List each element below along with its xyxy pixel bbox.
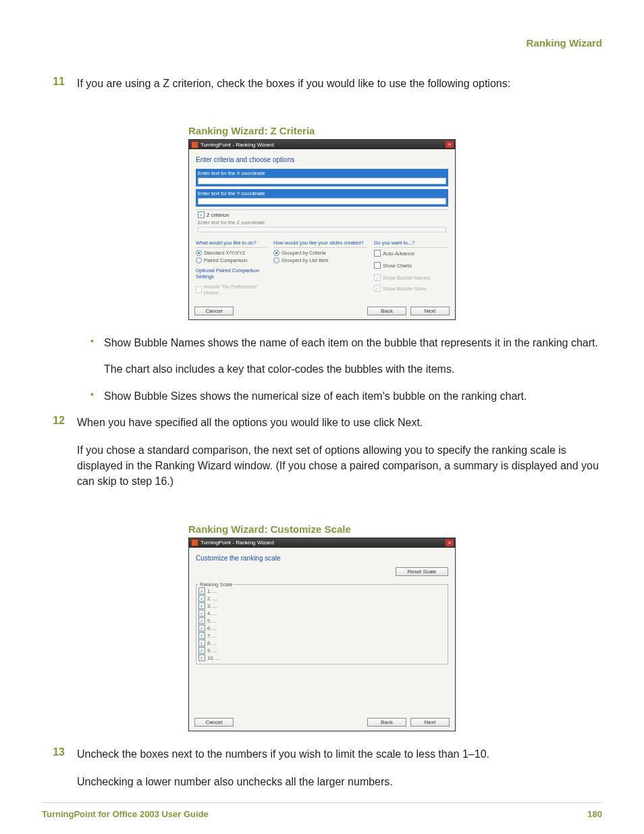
col1-subopt: Include "No Preference" choice... — [204, 284, 267, 296]
z-coordinate-field: ✓ Z criterion Enter text for the Z coord… — [196, 209, 448, 234]
step-number-12: 12 — [42, 415, 65, 502]
scale-chk-4[interactable]: ✓ — [198, 610, 205, 617]
scale-item-8: 8. ... — [207, 640, 217, 647]
title-bar-text: TurningPoint - Ranking Wizard — [200, 540, 274, 546]
back-button[interactable]: Back — [367, 307, 406, 315]
scale-chk-2[interactable]: ✓ — [198, 595, 205, 602]
step-number-13: 13 — [42, 746, 65, 802]
bullet-icon: • — [90, 335, 97, 377]
scale-item-6: 6. ... — [207, 625, 217, 632]
step-13-a: Uncheck the boxes next to the numbers if… — [77, 746, 602, 762]
step-12-b: If you chose a standard comparison, the … — [77, 442, 602, 490]
chk-bubble-names[interactable]: ✓ — [374, 274, 381, 281]
z-label: Enter text for the Z coordinate — [198, 219, 446, 226]
app-icon — [191, 539, 198, 546]
bullet-icon: • — [90, 388, 97, 404]
ranking-scale-label: Ranking Scale — [198, 581, 234, 588]
cancel-button[interactable]: Cancel — [194, 307, 234, 315]
radio-by-item[interactable] — [273, 257, 279, 263]
x-input[interactable] — [198, 178, 446, 184]
next-button[interactable]: Next — [410, 718, 450, 727]
running-head: Ranking Wizard — [42, 37, 602, 49]
close-icon[interactable]: × — [446, 141, 454, 148]
page-number: 180 — [587, 809, 602, 819]
y-coordinate-field: Enter text for the Y coordinate — [196, 189, 448, 207]
chk-showcharts[interactable] — [374, 262, 381, 269]
scale-chk-1[interactable]: ✓ — [198, 588, 205, 594]
nopref-checkbox — [196, 286, 202, 293]
col3-head: Do you want to...? — [374, 240, 448, 248]
chk-autoadvance[interactable] — [374, 250, 381, 257]
footer-title: TurningPoint for Office 2003 User Guide — [42, 809, 209, 819]
col2-head: How would you like your slides created? — [273, 240, 367, 248]
col1-head: What would you like to do? — [196, 240, 267, 248]
scale-chk-6[interactable]: ✓ — [198, 625, 205, 631]
dialog-customize-scale: TurningPoint - Ranking Wizard × Customiz… — [188, 538, 456, 731]
dialog-heading: Customize the ranking scale — [196, 554, 448, 562]
x-label: Enter text for the X coordinate — [198, 170, 446, 176]
step-number-11: 11 — [42, 76, 65, 103]
scale-chk-8[interactable]: ✓ — [198, 640, 205, 646]
title-bar: TurningPoint - Ranking Wizard × — [189, 140, 455, 149]
close-icon[interactable]: × — [446, 540, 454, 546]
chk-bubble-sizes[interactable]: ✓ — [374, 285, 381, 292]
scale-item-4: 4. ... — [207, 610, 217, 617]
col1-opt1: Standard X/Y/XYZ — [204, 250, 245, 256]
ranking-scale-group: ✓1. ... ✓2. ... ✓3. ... ✓4. ... ✓5. ... … — [196, 584, 448, 664]
bullet1-line1: Show Bubble Names shows the name of each… — [104, 335, 602, 350]
cancel-button[interactable]: Cancel — [194, 718, 234, 727]
title-bar-text: TurningPoint - Ranking Wizard — [200, 142, 274, 148]
reset-scale-button[interactable]: Reset Scale — [396, 567, 448, 576]
scale-chk-7[interactable]: ✓ — [198, 632, 205, 639]
radio-paired[interactable] — [196, 257, 202, 263]
x-coordinate-field: Enter text for the X coordinate — [196, 169, 448, 186]
scale-item-1: 1. ... — [207, 588, 217, 595]
figure2-caption: Ranking Wizard: Customize Scale — [188, 523, 456, 535]
col3-opt3: Show Bubble Names — [383, 275, 430, 281]
scale-item-7: 7. ... — [207, 632, 217, 640]
back-button[interactable]: Back — [367, 718, 406, 727]
dialog-heading: Enter criteria and choose options — [196, 156, 448, 163]
scale-item-2: 2. ... — [207, 595, 217, 602]
scale-chk-9[interactable]: ✓ — [198, 647, 205, 654]
app-icon — [191, 141, 198, 149]
footer-rule — [42, 802, 602, 803]
scale-chk-5[interactable]: ✓ — [198, 617, 205, 624]
step-11-text: If you are using a Z criterion, check th… — [77, 76, 602, 91]
scale-item-3: 3. ... — [207, 602, 217, 610]
bullet2-line: Show Bubble Sizes shows the numerical si… — [104, 388, 602, 404]
col3-opt1: Auto-Advance — [383, 251, 414, 257]
step-12-a: When you have specified all the options … — [77, 415, 602, 430]
col1-opt2: Paired Comparison — [204, 257, 247, 263]
z-check-label: Z criterion — [207, 212, 229, 218]
figure1-caption: Ranking Wizard: Z Criteria — [188, 125, 456, 136]
scale-item-9: 9. ... — [207, 647, 217, 654]
bullet1-line2: The chart also includes a key that color… — [104, 361, 602, 377]
col1-subhead: Optional Paired Comparison Settings — [196, 267, 267, 280]
z-input[interactable] — [198, 227, 446, 232]
step-13-b: Unchecking a lower number also unchecks … — [77, 774, 602, 789]
scale-item-10: 10. ... — [207, 654, 220, 662]
y-label: Enter text for the Y coordinate — [198, 190, 446, 197]
title-bar: TurningPoint - Ranking Wizard × — [189, 538, 455, 548]
col3-opt4: Show Bubble Sizes — [383, 286, 427, 292]
scale-chk-10[interactable]: ✓ — [198, 654, 205, 661]
z-checkbox[interactable]: ✓ — [198, 211, 205, 218]
col2-opt2: Grouped by List Item — [281, 257, 329, 263]
col2-opt1: Grouped by Criteria — [281, 250, 325, 256]
dialog-z-criteria: TurningPoint - Ranking Wizard × Enter cr… — [188, 139, 456, 320]
col3-opt2: Show Charts — [383, 263, 412, 269]
next-button[interactable]: Next — [410, 307, 450, 315]
radio-by-criteria[interactable] — [273, 250, 279, 256]
scale-item-5: 5. ... — [207, 617, 217, 625]
radio-standard[interactable] — [196, 250, 202, 256]
scale-chk-3[interactable]: ✓ — [198, 602, 205, 609]
y-input[interactable] — [198, 198, 446, 205]
